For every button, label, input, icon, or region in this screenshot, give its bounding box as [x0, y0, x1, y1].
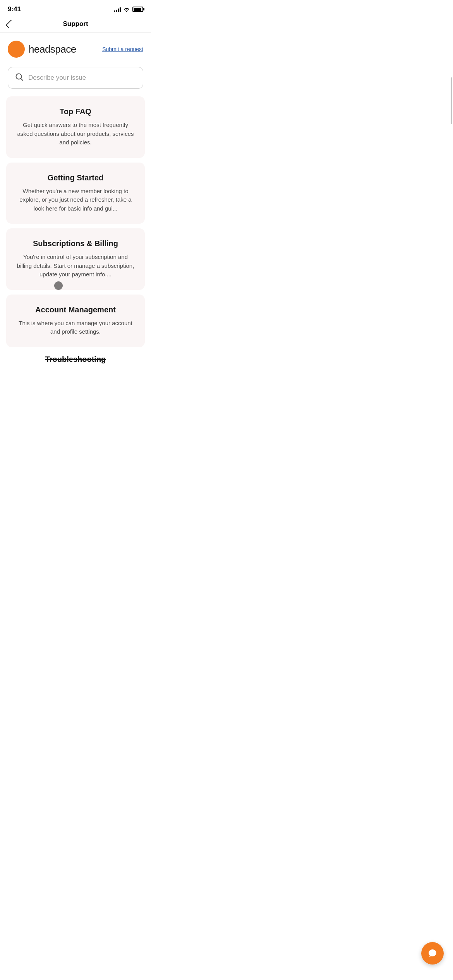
- battery-icon: [132, 7, 143, 12]
- search-container: Describe your issue: [0, 64, 151, 96]
- card-account-management[interactable]: Account Management This is where you can…: [6, 295, 145, 347]
- card-top-faq[interactable]: Top FAQ Get quick answers to the most fr…: [6, 96, 145, 158]
- status-time: 9:41: [8, 5, 21, 13]
- cards-container: Top FAQ Get quick answers to the most fr…: [0, 96, 151, 347]
- logo-area: headspace: [8, 41, 76, 58]
- card-subscriptions-billing-title: Subscriptions & Billing: [15, 239, 136, 248]
- headspace-logo-circle: [8, 41, 25, 58]
- card-account-management-desc: This is where you can manage your accoun…: [15, 319, 136, 336]
- wifi-icon: [123, 7, 130, 12]
- search-icon: [15, 73, 24, 83]
- page-title: Support: [63, 20, 88, 28]
- svg-line-1: [21, 79, 23, 81]
- cursor-dot: [54, 281, 63, 290]
- status-bar: 9:41: [0, 0, 151, 16]
- card-account-management-title: Account Management: [15, 305, 136, 314]
- troubleshooting-section[interactable]: Troubleshooting: [0, 347, 151, 364]
- back-button[interactable]: [6, 19, 14, 29]
- nav-bar: Support: [0, 16, 151, 33]
- card-subscriptions-billing[interactable]: Subscriptions & Billing You're in contro…: [6, 228, 145, 290]
- search-input[interactable]: Describe your issue: [28, 74, 136, 82]
- header: headspace Submit a request: [0, 33, 151, 64]
- signal-icon: [114, 7, 121, 12]
- submit-request-link[interactable]: Submit a request: [102, 46, 143, 52]
- card-getting-started-title: Getting Started: [15, 173, 136, 182]
- card-top-faq-desc: Get quick answers to the most frequently…: [15, 121, 136, 147]
- status-icons: [114, 7, 143, 12]
- back-chevron-icon: [6, 20, 15, 29]
- card-subscriptions-billing-desc: You're in control of your subscription a…: [15, 253, 136, 279]
- card-getting-started[interactable]: Getting Started Whether you're a new mem…: [6, 163, 145, 224]
- troubleshooting-title: Troubleshooting: [6, 355, 145, 364]
- card-getting-started-desc: Whether you're a new member looking to e…: [15, 187, 136, 213]
- headspace-logo-text: headspace: [29, 43, 76, 55]
- card-top-faq-title: Top FAQ: [15, 107, 136, 116]
- search-box[interactable]: Describe your issue: [8, 67, 143, 89]
